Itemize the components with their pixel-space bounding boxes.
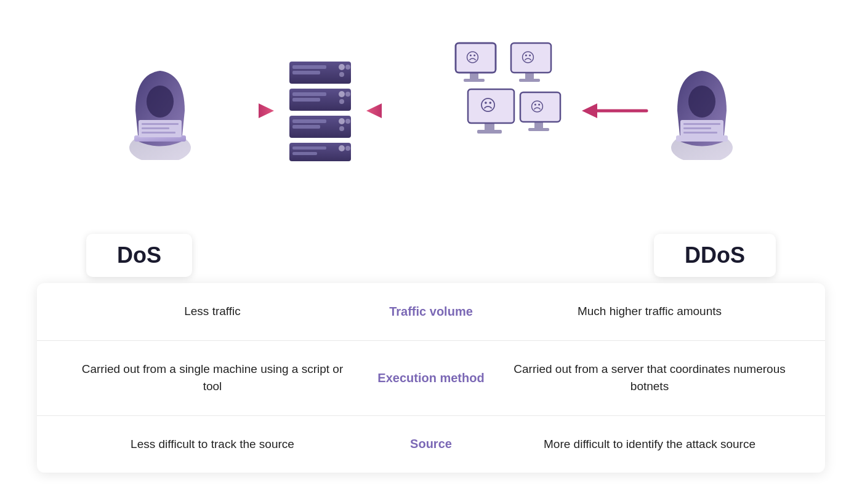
svg-point-54: [688, 86, 715, 118]
svg-rect-6: [142, 132, 175, 134]
svg-point-24: [339, 118, 345, 124]
botnet-monitor-4: ☹: [517, 89, 566, 138]
server-icon: [280, 55, 360, 166]
dos-label: DoS: [117, 242, 161, 268]
dos-title-badge: DoS: [86, 234, 192, 277]
botnet-monitor-3: ☹: [465, 86, 520, 138]
ddos-execution-value: Carried out from a server that coordinat…: [499, 361, 788, 396]
hacker-right-figure: [662, 62, 742, 160]
svg-rect-38: [464, 79, 485, 82]
svg-rect-23: [292, 125, 320, 129]
botnet-monitor-1: ☹: [453, 40, 502, 89]
arrow-dos-to-server: [206, 100, 274, 122]
svg-point-25: [345, 119, 350, 124]
hacker-left-icon: [123, 62, 197, 160]
svg-point-31: [345, 146, 350, 151]
traffic-category-label: Traffic volume: [363, 305, 499, 319]
arrow-botnets-to-server: [366, 100, 434, 122]
dos-source-value: Less difficult to track the source: [74, 436, 363, 454]
svg-rect-29: [292, 152, 317, 155]
svg-point-1: [147, 86, 174, 118]
hacker-left-figure: [120, 62, 200, 160]
svg-marker-33: [366, 103, 382, 118]
svg-rect-16: [292, 92, 326, 96]
execution-category-label: Execution method: [363, 371, 499, 385]
server-target-figure: [280, 55, 360, 166]
svg-rect-17: [292, 98, 320, 102]
ddos-traffic-value: Much higher traffic amounts: [499, 303, 788, 321]
svg-rect-22: [292, 119, 326, 123]
svg-rect-10: [292, 65, 326, 69]
svg-rect-4: [142, 123, 179, 125]
svg-rect-28: [292, 146, 326, 150]
svg-point-19: [345, 92, 350, 97]
ddos-title-badge: DDoS: [654, 234, 776, 277]
ddos-source-value: More difficult to identify the attack so…: [499, 436, 788, 454]
svg-rect-50: [528, 128, 549, 131]
svg-rect-45: [485, 123, 494, 130]
page-container: ☹ ☹ ☹: [0, 0, 862, 504]
svg-rect-57: [683, 123, 720, 125]
title-badges: DoS DDoS: [37, 222, 825, 265]
svg-rect-41: [525, 73, 534, 79]
svg-marker-52: [582, 103, 597, 118]
svg-point-20: [339, 99, 344, 104]
svg-point-18: [339, 91, 345, 97]
svg-marker-8: [259, 103, 274, 118]
svg-rect-5: [142, 127, 169, 129]
svg-point-26: [339, 126, 344, 131]
svg-point-30: [339, 145, 345, 151]
dos-execution-value: Carried out from a single machine using …: [74, 361, 363, 396]
svg-rect-37: [470, 73, 478, 79]
svg-rect-46: [477, 130, 502, 134]
svg-rect-58: [683, 127, 711, 129]
comparison-wrapper: DoS DDoS Less traffic Traffic volume Muc…: [37, 222, 825, 473]
source-category-label: Source: [363, 437, 499, 451]
dos-traffic-value: Less traffic: [74, 303, 363, 321]
table-row-source: Less difficult to track the source Sourc…: [37, 416, 825, 473]
svg-text:☹: ☹: [465, 50, 480, 65]
svg-rect-49: [534, 122, 543, 128]
ddos-label: DDoS: [685, 242, 745, 268]
svg-text:☹: ☹: [521, 50, 535, 65]
svg-text:☹: ☹: [480, 96, 496, 114]
svg-rect-42: [519, 79, 540, 82]
botnets-cluster: ☹ ☹ ☹: [446, 40, 570, 182]
arrow-hacker-right-to-botnets: [582, 100, 650, 122]
hacker-right-icon: [665, 62, 739, 160]
table-row-traffic: Less traffic Traffic volume Much higher …: [37, 283, 825, 341]
svg-point-13: [345, 65, 350, 70]
svg-point-14: [339, 72, 344, 77]
diagram-section: ☹ ☹ ☹: [0, 18, 862, 203]
svg-rect-59: [683, 132, 717, 134]
svg-point-12: [339, 64, 345, 70]
svg-text:☹: ☹: [530, 99, 544, 114]
svg-rect-11: [292, 71, 320, 74]
botnet-monitor-2: ☹: [508, 40, 557, 89]
table-row-execution: Carried out from a single machine using …: [37, 341, 825, 416]
comparison-table: Less traffic Traffic volume Much higher …: [37, 283, 825, 473]
